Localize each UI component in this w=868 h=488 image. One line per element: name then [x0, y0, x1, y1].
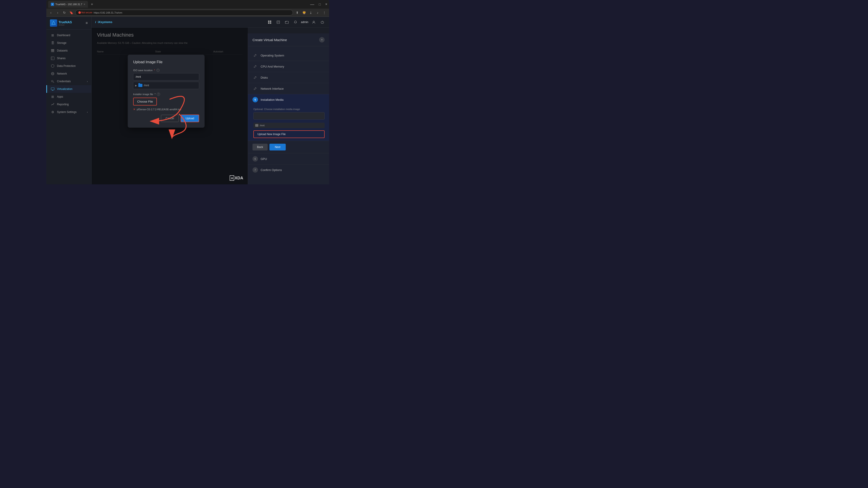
sidebar-label-network: Network	[57, 72, 67, 75]
lock-icon: 🔴	[78, 11, 81, 14]
media-search-input[interactable]	[253, 112, 324, 120]
sidebar-item-datasets[interactable]: Datasets	[46, 47, 91, 55]
logo-text-group: TrueNAS SCALE	[59, 20, 72, 26]
ix-systems-text: iXsystems	[98, 20, 112, 24]
step-network-pencil-icon	[252, 86, 258, 91]
sidebar-item-credentials[interactable]: Credentials ›	[46, 77, 91, 85]
notifications-icon[interactable]	[292, 19, 299, 25]
wizard-step-gpu[interactable]: 6 GPU	[248, 153, 329, 164]
sidebar-label-reporting: Reporting	[57, 103, 69, 106]
sidebar-label-system-settings: System Settings	[57, 110, 76, 113]
installer-help-icon[interactable]: ?	[157, 93, 160, 96]
wizard-step-network[interactable]: Network Interface	[248, 83, 329, 94]
browser-chrome: T TrueNAS - 192.168.31.7 × + — □ × ‹ › ↻…	[46, 0, 329, 17]
upload-new-image-file-button[interactable]: Upload New Image File	[253, 130, 324, 138]
column-state: State	[155, 50, 213, 53]
svg-point-14	[54, 103, 54, 104]
wizard-step-installation-media[interactable]: 5 Installation Media Optional: Choose in…	[248, 94, 329, 141]
media-folder-icon	[255, 124, 258, 127]
window-close-button[interactable]: ×	[325, 2, 327, 6]
iso-save-help-icon[interactable]: ?	[156, 69, 160, 72]
maximize-button[interactable]: □	[319, 2, 320, 6]
media-folder-label: /mnt	[260, 124, 265, 127]
tab-close-button[interactable]: ×	[84, 3, 85, 6]
wizard-step-os[interactable]: Operating System	[248, 50, 329, 61]
next-button[interactable]: Next	[270, 144, 286, 151]
minimize-button[interactable]: —	[310, 2, 314, 7]
top-header-bar: i iXsystems	[92, 17, 329, 28]
bookmark-button[interactable]: 🔖	[68, 10, 74, 15]
sidebar-navigation: ⊞ Dashboard 🗄 Storage Datasets	[46, 30, 91, 184]
folder-item-mnt[interactable]: ▶ /mnt	[135, 84, 197, 87]
cancel-button[interactable]: Cancel	[161, 115, 179, 122]
browser-tab-active[interactable]: T TrueNAS - 192.168.31.7 ×	[48, 1, 88, 8]
tab-title: TrueNAS - 192.168.31.7	[55, 3, 82, 6]
sidebar-header: TrueNAS SCALE ≡	[46, 17, 91, 30]
sidebar: TrueNAS SCALE ≡ ⊞ Dashboard 🗄 Storage	[46, 17, 92, 184]
back-button[interactable]: Back	[252, 144, 268, 151]
apps-icon: ⊞	[51, 95, 55, 99]
step-cpu-pencil-icon	[252, 64, 258, 69]
iso-save-label: ISO save location * ?	[133, 69, 199, 72]
media-input-wrapper	[253, 112, 324, 121]
file-manager-icon[interactable]	[284, 19, 290, 25]
upload-button[interactable]: Upload	[181, 115, 199, 122]
hamburger-menu-button[interactable]: ≡	[86, 21, 88, 25]
not-secure-indicator: 🔴 Not secure	[78, 11, 92, 14]
sidebar-item-reporting[interactable]: Reporting	[46, 101, 91, 108]
svg-rect-18	[270, 22, 271, 24]
new-tab-button[interactable]: +	[89, 1, 95, 7]
choose-file-button[interactable]: Choose File	[133, 98, 157, 105]
svg-rect-16	[270, 21, 271, 22]
refresh-button[interactable]: ↻	[62, 10, 67, 15]
svg-marker-0	[52, 21, 55, 24]
system-settings-arrow-icon: ›	[87, 111, 88, 113]
wizard-header: Create Virtual Machine ×	[248, 33, 329, 46]
user-avatar-icon[interactable]	[311, 19, 317, 25]
system-settings-icon: ⚙	[51, 110, 55, 114]
address-input[interactable]: 🔴 Not secure https://192.168.31.7/ui/vm	[75, 10, 293, 15]
wizard-step-confirm[interactable]: 7 Confirm Options	[248, 164, 329, 175]
file-remove-button[interactable]: ✕	[133, 108, 135, 111]
tab-favicon: T	[51, 3, 54, 6]
wizard-step-disks[interactable]: Disks	[248, 72, 329, 83]
sidebar-item-system-settings[interactable]: ⚙ System Settings ›	[46, 108, 91, 116]
sidebar-item-apps[interactable]: ⊞ Apps	[46, 93, 91, 101]
sidebar-item-storage[interactable]: 🗄 Storage	[46, 39, 91, 47]
datasets-icon	[51, 48, 55, 53]
sidebar-label-apps: Apps	[57, 95, 63, 98]
folder-expand-arrow: ▶	[135, 84, 137, 87]
wizard-step-cpu[interactable]: CPU And Memory	[248, 61, 329, 72]
svg-point-23	[313, 21, 314, 22]
wizard-close-button[interactable]: ×	[319, 37, 324, 42]
ix-brand: i iXsystems	[95, 20, 112, 24]
power-icon[interactable]	[319, 19, 326, 25]
brave-button[interactable]: 🦁	[301, 10, 307, 15]
window-controls: — □ ×	[310, 2, 327, 7]
menu-dots-button[interactable]: ⋮	[321, 10, 327, 15]
back-nav-button[interactable]: ‹	[48, 10, 54, 15]
optional-label: Optional: Choose installation media imag…	[253, 108, 324, 110]
logo-text: TrueNAS	[59, 20, 72, 24]
sidebar-item-dashboard[interactable]: ⊞ Dashboard	[46, 31, 91, 39]
svg-rect-15	[268, 21, 270, 22]
download-button[interactable]: ⤓	[308, 10, 314, 15]
forward-nav-button[interactable]: ›	[55, 10, 60, 15]
column-autostart: Autostart	[213, 50, 242, 53]
sidebar-item-virtualization[interactable]: Virtualization	[46, 85, 91, 93]
dashboard-icon: ⊞	[51, 33, 55, 37]
notes-header-icon[interactable]	[275, 19, 281, 25]
step-disks-label: Disks	[260, 76, 268, 79]
music-button[interactable]: ♪	[315, 10, 320, 15]
sidebar-item-network[interactable]: Network	[46, 70, 91, 77]
column-name: Name	[97, 50, 155, 53]
logo-subtext: SCALE	[59, 24, 72, 26]
sidebar-label-credentials: Credentials	[57, 80, 71, 83]
shares-icon	[51, 56, 55, 60]
media-folder-item[interactable]: /mnt	[253, 123, 324, 128]
share-button[interactable]: ⬆	[294, 10, 300, 15]
sidebar-item-data-protection[interactable]: Data Protection	[46, 62, 91, 70]
sidebar-item-shares[interactable]: Shares	[46, 55, 91, 62]
apps-header-icon[interactable]	[267, 19, 273, 25]
iso-save-input[interactable]	[133, 73, 199, 80]
